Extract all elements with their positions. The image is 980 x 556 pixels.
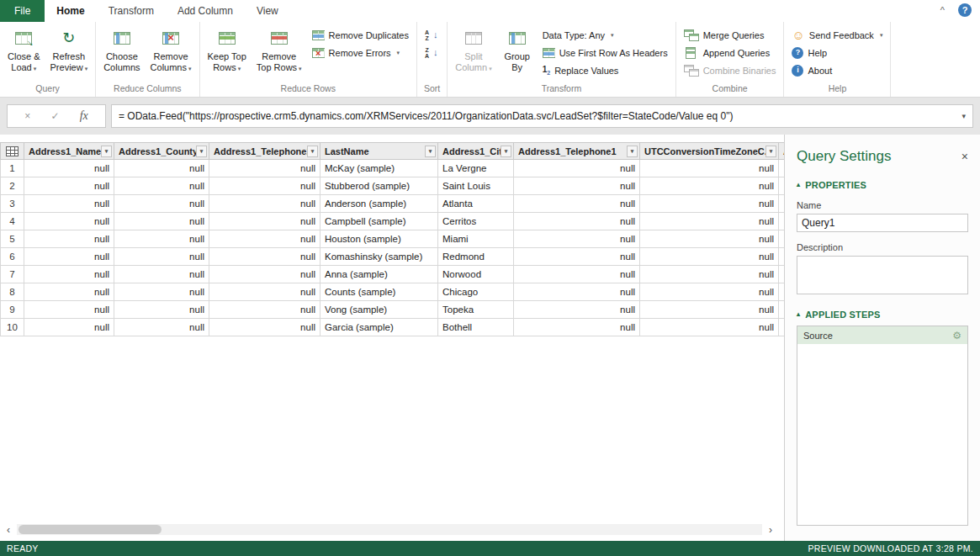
cell[interactable]: null [640,213,779,230]
tab-transform[interactable]: Transform [97,0,166,22]
cell[interactable]: null [114,213,209,230]
commit-formula-icon[interactable]: ✓ [50,110,59,122]
cell[interactable] [779,248,786,266]
row-number[interactable]: 1 [1,160,24,177]
cell[interactable]: null [114,248,209,266]
cell[interactable]: null [209,319,320,336]
use-first-row-as-headers-button[interactable]: Use First Row As Headers [538,44,673,61]
cell[interactable]: null [640,301,779,319]
step-settings-gear-icon[interactable]: ⚙ [952,331,961,341]
cell[interactable]: null [114,319,209,336]
cell[interactable]: null [24,283,114,301]
scroll-right-icon[interactable]: › [764,525,777,535]
cell[interactable] [779,160,786,177]
row-number[interactable]: 2 [1,177,24,195]
remove-columns-button[interactable]: × RemoveColumns▾ [146,24,197,75]
tab-file[interactable]: File [0,0,45,22]
help-icon[interactable]: ? [958,3,972,17]
filter-dropdown-icon[interactable]: ▾ [101,146,112,157]
function-icon[interactable]: fx [80,109,88,123]
cell[interactable]: null [24,319,114,336]
cell[interactable]: null [514,319,640,336]
choose-columns-button[interactable]: ChooseColumns [98,24,145,75]
sort-ascending-button[interactable]: AZ ↓ [420,26,443,44]
cell[interactable]: null [209,283,320,301]
cell[interactable]: null [209,177,320,195]
merge-queries-button[interactable]: Merge Queries [679,26,770,44]
cell[interactable] [779,195,786,213]
cell[interactable] [779,301,786,319]
cell[interactable]: Chicago [438,283,514,301]
cell[interactable]: null [114,266,209,283]
applied-step-source[interactable]: Source ⚙ [797,326,967,344]
row-number[interactable]: 5 [1,230,24,248]
cell[interactable]: null [209,195,320,213]
cell[interactable]: null [514,230,640,248]
cell[interactable]: Campbell (sample) [320,213,438,230]
filter-dropdown-icon[interactable]: ▾ [627,146,638,157]
group-by-button[interactable]: GroupBy [497,24,538,75]
filter-dropdown-icon[interactable]: ▾ [307,146,318,157]
cell[interactable]: null [209,160,320,177]
cell[interactable]: null [114,160,209,177]
cell[interactable]: null [514,301,640,319]
formula-input[interactable] [119,110,956,122]
cell[interactable]: Saint Louis [438,177,514,195]
cell[interactable]: null [514,160,640,177]
cell[interactable]: McKay (sample) [320,160,438,177]
tab-add-column[interactable]: Add Column [166,0,245,22]
cell[interactable]: null [209,301,320,319]
cell[interactable]: null [114,230,209,248]
filter-dropdown-icon[interactable]: ▾ [196,146,207,157]
cell[interactable]: null [24,160,114,177]
cell[interactable]: Bothell [438,319,514,336]
cell[interactable]: Norwood [438,266,514,283]
column-header-address1-name[interactable]: Address1_Name▾ [24,143,114,160]
cell[interactable]: null [514,213,640,230]
cell[interactable] [779,230,786,248]
keep-top-rows-button[interactable]: Keep TopRows▾ [203,24,252,75]
cell[interactable]: null [640,195,779,213]
row-number[interactable]: 8 [1,283,24,301]
cell[interactable] [779,319,786,336]
remove-top-rows-button[interactable]: RemoveTop Rows▾ [252,24,307,75]
cell[interactable]: null [514,177,640,195]
column-header-utcconversiontimezone[interactable]: UTCConversionTimeZoneC...▾ [640,143,779,160]
row-number[interactable]: 6 [1,248,24,266]
cell[interactable]: null [24,177,114,195]
column-header-address1-county[interactable]: Address1_County▾ [114,143,209,160]
cell[interactable]: null [640,177,779,195]
sort-descending-button[interactable]: ZA ↓ [420,44,443,61]
cell[interactable]: null [209,213,320,230]
split-column-button[interactable]: SplitColumn▾ [450,24,496,75]
refresh-preview-button[interactable]: ↻ RefreshPreview▾ [45,24,93,75]
cell[interactable]: null [209,248,320,266]
cell[interactable]: Cerritos [438,213,514,230]
cell[interactable]: Anderson (sample) [320,195,438,213]
cell[interactable]: null [514,248,640,266]
scroll-left-icon[interactable]: ‹ [2,525,15,535]
replace-values-button[interactable]: 12 Replace Values [538,61,624,79]
append-queries-button[interactable]: Append Queries [679,44,776,61]
send-feedback-button[interactable]: ☺ Send Feedback ▾ [787,26,887,44]
row-number[interactable]: 9 [1,301,24,319]
cell[interactable]: null [209,266,320,283]
cell[interactable]: Komashinsky (sample) [320,248,438,266]
cell[interactable]: Miami [438,230,514,248]
cell[interactable]: Atlanta [438,195,514,213]
row-number[interactable]: 3 [1,195,24,213]
close-and-load-button[interactable]: → Close &Load▾ [3,24,45,75]
cell[interactable]: null [640,230,779,248]
row-number[interactable]: 10 [1,319,24,336]
cell[interactable] [779,213,786,230]
tab-view[interactable]: View [245,0,290,22]
cell[interactable]: null [209,230,320,248]
cell[interactable]: null [24,213,114,230]
filter-dropdown-icon[interactable]: ▾ [425,146,436,157]
collapse-ribbon-icon[interactable]: ^ [940,6,945,15]
row-number[interactable]: 4 [1,213,24,230]
cell[interactable]: null [24,230,114,248]
table-menu-button[interactable] [1,143,24,160]
formula-expand-icon[interactable]: ▾ [961,112,966,120]
combine-binaries-button[interactable]: Combine Binaries [679,61,781,79]
